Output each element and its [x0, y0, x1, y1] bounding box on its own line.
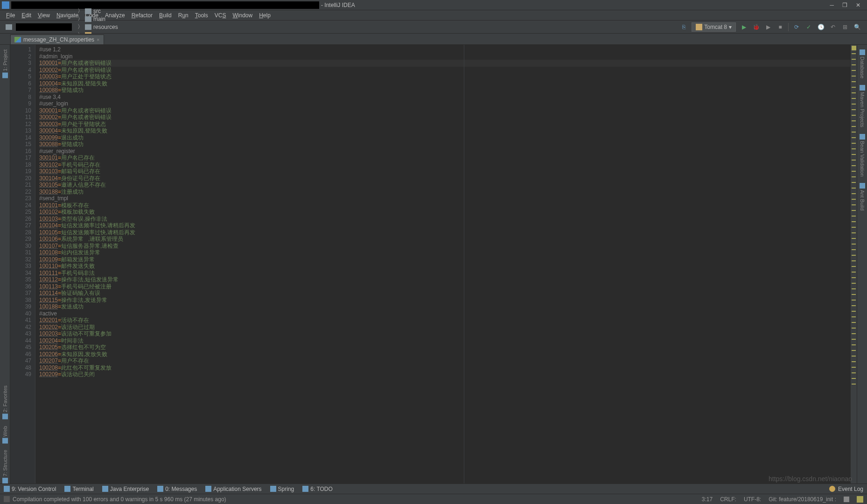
code-line[interactable]: 100115=操作非法,发送异常	[39, 297, 850, 304]
code-line[interactable]: 300002=用户名或者密码错误	[39, 114, 850, 121]
code-line[interactable]: 100202=该活动已过期	[39, 324, 850, 331]
code-line[interactable]: 300004=未知原因,登陆失败	[39, 127, 850, 134]
tool-9-version-control[interactable]: 9: Version Control	[4, 486, 56, 492]
rail-database[interactable]: Database	[860, 49, 865, 78]
rail-7-structure[interactable]: 7: Structure	[2, 450, 8, 483]
maximize-button[interactable]: ❐	[842, 2, 847, 8]
rail-2-favorites[interactable]: 2: Favorites	[2, 385, 8, 419]
run-config-selector[interactable]: Tomcat 8 ▾	[692, 22, 736, 32]
code-line[interactable]: 100002=用户名或者密码错误	[39, 67, 850, 74]
code-line[interactable]: #user_login	[39, 100, 850, 107]
code-line[interactable]: 100111=手机号码非法	[39, 270, 850, 277]
breadcrumb-resources[interactable]: 〉resources	[75, 23, 167, 31]
ide-settings-icon[interactable]: ⊞	[841, 23, 849, 31]
commit-button[interactable]: ✓	[804, 23, 813, 31]
code-line[interactable]: 100108=站内信发送异常	[39, 249, 850, 256]
code-line[interactable]: 100103=类型有误,操作非法	[39, 216, 850, 223]
tool-0-messages[interactable]: 0: Messages	[157, 486, 197, 492]
code-line[interactable]: 100207=用户不存在	[39, 357, 850, 364]
code-line[interactable]: 100114=验证码输入有误	[39, 290, 850, 297]
code-line[interactable]: #active	[39, 310, 850, 317]
code-line[interactable]: #user_register	[39, 148, 850, 155]
menu-run[interactable]: Run	[175, 12, 192, 19]
coverage-button[interactable]: ▶	[764, 23, 772, 31]
code-line[interactable]: 100004=未知原因,登陆失败	[39, 80, 850, 87]
code-line[interactable]: 300003=用户处于登陆状态	[39, 121, 850, 128]
code-line[interactable]: 300088=登陆成功	[39, 141, 850, 148]
status-icon[interactable]	[4, 496, 10, 502]
code-line[interactable]: 100208=此红包不可重复发放	[39, 364, 850, 371]
code-line[interactable]: 100101=模板不存在	[39, 202, 850, 209]
update-button[interactable]: ⟳	[792, 23, 801, 31]
code-area[interactable]: #use 1,2#admin_login100001=用户名或者密码错误1000…	[35, 45, 850, 483]
code-line[interactable]: 100203=该活动不可重复参加	[39, 330, 850, 337]
code-line[interactable]: 300104=身份证号已存在	[39, 175, 850, 182]
tool-application-servers[interactable]: Application Servers	[205, 486, 261, 492]
code-line[interactable]: 100001=用户名或者密码错误	[39, 60, 850, 67]
event-log-button[interactable]: Event Log	[838, 486, 863, 492]
code-line[interactable]: 100104=短信发送频率过快,请稍后再发	[39, 222, 850, 229]
tool-6-todo[interactable]: 6: TODO	[302, 486, 333, 492]
tool-terminal[interactable]: Terminal	[64, 486, 93, 492]
tool-spring[interactable]: Spring	[270, 486, 294, 492]
code-line[interactable]: 300103=邮箱号码已存在	[39, 168, 850, 175]
debug-button[interactable]: 🐞	[752, 23, 760, 31]
search-everywhere-icon[interactable]: 🔍	[853, 23, 861, 31]
code-line[interactable]: 100110=邮件发送失败	[39, 263, 850, 270]
code-line[interactable]: 300105=邀请人信息不存在	[39, 182, 850, 189]
tool-java-enterprise[interactable]: Java Enterprise	[102, 486, 149, 492]
rail-web[interactable]: Web	[2, 426, 8, 443]
menu-tools[interactable]: Tools	[192, 12, 211, 19]
rail-bean-validation[interactable]: Bean Validation	[860, 134, 865, 176]
compile-icon[interactable]: ⎘	[679, 23, 688, 31]
hector-icon[interactable]	[857, 496, 863, 503]
code-line[interactable]: 300099=退出成功	[39, 134, 850, 141]
project-root[interactable]	[3, 23, 75, 31]
code-line[interactable]: 300001=用户名或者密码错误	[39, 107, 850, 114]
code-line[interactable]: #use 3,4	[39, 94, 850, 101]
close-button[interactable]: ✕	[856, 2, 860, 8]
git-branch[interactable]: Git: feature/20180619_init :	[769, 496, 836, 503]
code-line[interactable]: 100188=发送成功	[39, 303, 850, 310]
history-button[interactable]: 🕓	[817, 23, 825, 31]
file-encoding[interactable]: UTF-8:	[744, 496, 761, 503]
minimize-button[interactable]: ─	[830, 2, 834, 8]
code-line[interactable]: 300101=用户名已存在	[39, 154, 850, 161]
code-line[interactable]: 100113=手机号码已经被注册	[39, 283, 850, 290]
menu-help[interactable]: Help	[256, 12, 274, 19]
menu-vcs[interactable]: VCS	[211, 12, 230, 19]
code-line[interactable]: 100109=邮箱发送异常	[39, 256, 850, 263]
breadcrumb-src[interactable]: 〉src	[75, 7, 167, 15]
code-line[interactable]: 100204=时间非法	[39, 337, 850, 344]
code-line[interactable]: 100003=用户正处于登陆状态	[39, 73, 850, 80]
code-line[interactable]: 100201=活动不存在	[39, 317, 850, 324]
lock-icon[interactable]	[844, 497, 849, 502]
code-line[interactable]: 100088=登陆成功	[39, 87, 850, 94]
inspection-indicator[interactable]	[852, 46, 856, 50]
line-separator[interactable]: CRLF:	[720, 496, 736, 503]
error-stripe[interactable]	[850, 45, 857, 483]
code-line[interactable]: 100209=该活动已关闭	[39, 371, 850, 378]
code-line[interactable]: 100107=短信服务器异常,请检查	[39, 243, 850, 250]
revert-button[interactable]: ↶	[829, 23, 837, 31]
code-line[interactable]: 100112=操作非法,短信发送异常	[39, 276, 850, 283]
run-button[interactable]: ▶	[740, 23, 748, 31]
menu-window[interactable]: Window	[229, 12, 256, 19]
code-line[interactable]: #admin_login	[39, 53, 850, 60]
code-line[interactable]: #send_tmpl	[39, 195, 850, 202]
rail-ant-build[interactable]: Ant Build	[860, 183, 865, 210]
menu-edit[interactable]: Edit	[18, 12, 35, 19]
code-line[interactable]: 300188=注册成功	[39, 189, 850, 196]
rail-1-project[interactable]: 1: Project	[2, 49, 8, 78]
code-line[interactable]: 100105=短信发送频率过快,请稍后再发	[39, 229, 850, 236]
code-line[interactable]: 100205=选择红包不可为空	[39, 344, 850, 351]
tab-message-properties[interactable]: message_ZH_CN.properties ×	[10, 35, 104, 44]
close-icon[interactable]: ×	[97, 37, 99, 42]
menu-view[interactable]: View	[35, 12, 53, 19]
code-line[interactable]: #use 1,2	[39, 46, 850, 53]
code-line[interactable]: 100206=未知原因,发放失败	[39, 351, 850, 358]
code-line[interactable]: 100102=模板加载失败	[39, 209, 850, 216]
code-line[interactable]: 100106=系统异常 ,请联系管理员	[39, 236, 850, 243]
breadcrumb-main[interactable]: 〉main	[75, 15, 167, 23]
rail-maven-projects[interactable]: Maven Projects	[860, 85, 865, 127]
